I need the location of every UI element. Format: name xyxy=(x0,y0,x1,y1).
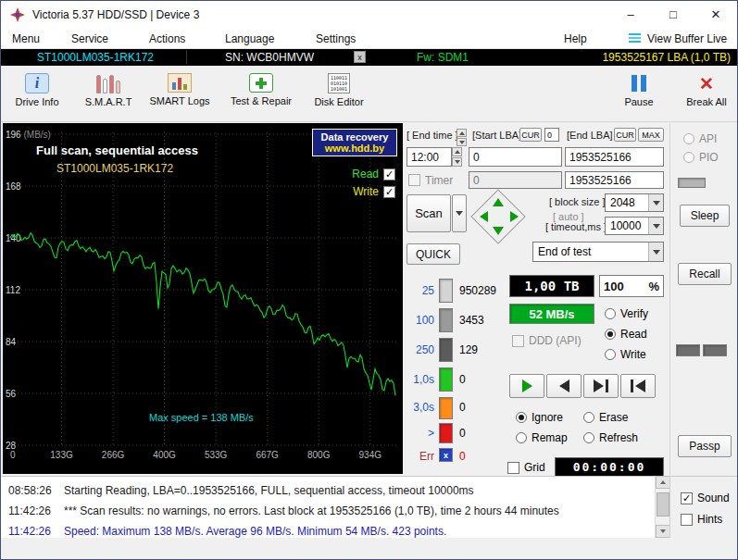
timer-value-input[interactable]: 0 xyxy=(469,171,562,189)
divider xyxy=(669,123,670,476)
scan-dropdown-button[interactable] xyxy=(452,194,467,232)
error-bin-label: Err xyxy=(403,450,434,463)
block-size-combo[interactable]: 2048 xyxy=(605,193,664,212)
grid-option[interactable]: Grid xyxy=(507,461,545,474)
spin-up-icon[interactable] xyxy=(457,129,467,137)
radio-icon[interactable] xyxy=(605,329,616,340)
action-ignore-option[interactable]: Ignore xyxy=(516,411,563,424)
radio-icon[interactable] xyxy=(516,412,527,423)
read-checkbox[interactable]: ✓ xyxy=(383,168,395,180)
skip-forward-icon xyxy=(594,380,604,392)
end-time-input[interactable]: 12:00 xyxy=(407,147,452,167)
end-lba-input-2[interactable]: 1953525166 xyxy=(565,171,664,189)
menu-item-menu[interactable]: Menu xyxy=(8,29,44,49)
sleep-button[interactable]: Sleep xyxy=(680,205,730,227)
start-lba-cur-button[interactable]: CUR xyxy=(519,128,542,142)
minimize-button[interactable]: – xyxy=(609,1,652,28)
write-checkbox[interactable]: ✓ xyxy=(383,186,395,198)
side-mini-display-2 xyxy=(703,344,727,356)
smart-button[interactable]: S.M.A.R.T xyxy=(81,69,136,119)
menu-bar: Menu Service Actions Language Settings H… xyxy=(1,29,737,49)
svg-text:56: 56 xyxy=(6,389,17,399)
timer-checkbox[interactable] xyxy=(408,174,420,186)
radio-icon[interactable] xyxy=(516,432,527,443)
sound-option[interactable]: ✓ Sound xyxy=(681,492,730,504)
hints-option[interactable]: Hints xyxy=(681,513,722,526)
radio-icon[interactable] xyxy=(683,152,694,163)
end-time-spinner[interactable] xyxy=(452,147,462,167)
menu-item-settings[interactable]: Settings xyxy=(312,29,359,49)
start-test-button[interactable] xyxy=(509,374,544,398)
pad-up-icon[interactable] xyxy=(493,198,504,206)
spin-down-icon[interactable] xyxy=(457,138,467,146)
spin-down-icon[interactable] xyxy=(452,157,462,167)
end-of-test-combo[interactable]: End of test xyxy=(532,242,664,262)
info-close-button[interactable]: x xyxy=(354,51,366,63)
menu-item-help[interactable]: Help xyxy=(560,29,591,49)
seek-forward-button[interactable] xyxy=(583,374,619,398)
end-time-label-spinner[interactable] xyxy=(457,129,467,146)
passp-button[interactable]: Passp xyxy=(678,435,732,457)
dropdown-arrow-icon[interactable] xyxy=(648,243,663,261)
pause-button[interactable]: Pause xyxy=(614,69,664,119)
sound-checkbox[interactable]: ✓ xyxy=(681,492,693,504)
maximize-button[interactable]: □ xyxy=(652,1,694,28)
radio-icon[interactable] xyxy=(683,133,694,144)
log-message: *** Scan results: no warnings, no errors… xyxy=(64,504,559,517)
mode-read-option[interactable]: Read xyxy=(605,328,647,341)
graph-subtitle: ST1000LM035-1RK172 xyxy=(56,162,173,175)
end-lba-cur-button[interactable]: CUR xyxy=(614,128,636,142)
dropdown-arrow-icon[interactable] xyxy=(648,194,663,211)
dropdown-arrow-icon[interactable] xyxy=(648,218,663,234)
menu-item-actions[interactable]: Actions xyxy=(145,29,189,49)
pio-option[interactable]: PIO xyxy=(683,151,719,164)
radio-icon[interactable] xyxy=(583,432,594,443)
end-lba-input[interactable]: 1953525166 xyxy=(565,147,664,167)
quick-button[interactable]: QUICK xyxy=(407,243,460,265)
action-refresh-option[interactable]: Refresh xyxy=(583,431,638,444)
scroll-up-button[interactable] xyxy=(656,476,670,489)
break-all-icon: ✕ xyxy=(699,73,714,93)
pad-left-icon[interactable] xyxy=(480,211,488,222)
recall-button[interactable]: Recall xyxy=(678,263,732,285)
scan-button[interactable]: Scan xyxy=(407,194,451,232)
scrollbar-thumb[interactable] xyxy=(657,492,669,516)
grid-checkbox[interactable] xyxy=(507,462,519,474)
close-button[interactable]: ✕ xyxy=(694,1,737,28)
menu-item-view-buffer[interactable]: View Buffer Live xyxy=(644,29,731,49)
disk-editor-button[interactable]: 110011010110101001 Disk Editor xyxy=(308,69,369,119)
api-option[interactable]: API xyxy=(683,132,717,145)
divider xyxy=(186,51,187,64)
action-erase-option[interactable]: Erase xyxy=(583,411,628,424)
scroll-down-button[interactable] xyxy=(656,525,670,538)
radio-icon[interactable] xyxy=(605,308,616,319)
log-scrollbar[interactable] xyxy=(655,476,669,538)
error-bin-count: 0 xyxy=(459,450,466,463)
pad-right-icon[interactable] xyxy=(510,211,519,222)
smart-logs-button[interactable]: SMART Logs xyxy=(149,69,210,119)
spin-up-icon[interactable] xyxy=(452,147,462,156)
svg-text:112: 112 xyxy=(6,285,20,295)
reverse-button[interactable] xyxy=(546,374,582,398)
break-all-button[interactable]: ✕ Break All xyxy=(679,69,734,119)
drive-info-button[interactable]: i Drive Info xyxy=(8,69,66,119)
menu-item-service[interactable]: Service xyxy=(68,29,112,49)
check-icon: ✓ xyxy=(385,187,394,197)
radio-icon[interactable] xyxy=(583,412,594,423)
test-repair-button[interactable]: Test & Repair xyxy=(225,69,297,119)
timeout-combo[interactable]: 10000 xyxy=(605,217,664,235)
mode-verify-option[interactable]: Verify xyxy=(605,307,648,320)
mode-write-option[interactable]: Write xyxy=(605,348,646,361)
ddd-api-option[interactable]: DDD (API) xyxy=(512,334,582,347)
ddd-checkbox[interactable] xyxy=(512,335,524,347)
start-lba-input[interactable]: 0 xyxy=(469,147,562,167)
pad-down-icon[interactable] xyxy=(493,227,504,235)
seek-back-button[interactable] xyxy=(620,374,656,398)
menu-item-language[interactable]: Language xyxy=(221,29,278,49)
svg-text:0: 0 xyxy=(10,450,16,460)
hints-checkbox[interactable] xyxy=(681,514,693,526)
end-lba-max-button[interactable]: MAX xyxy=(638,128,664,142)
radio-icon[interactable] xyxy=(605,349,616,360)
direction-pad[interactable] xyxy=(473,192,523,242)
action-remap-option[interactable]: Remap xyxy=(516,431,568,444)
